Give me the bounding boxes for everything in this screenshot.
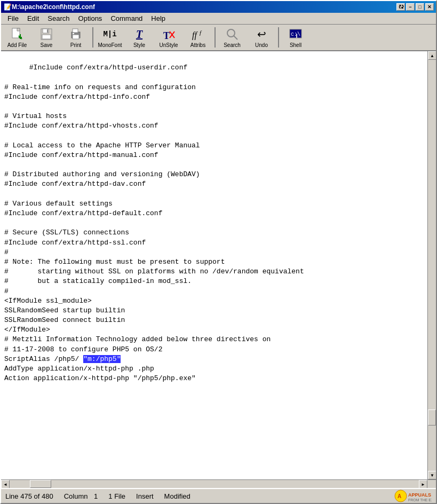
file-info: 1 File — [108, 492, 125, 500]
line-info-text: Line 475 of 480 — [5, 492, 53, 500]
title-bar: 📝 M:\apache2\conf\httpd.conf 🗘 − □ ✕ — [1, 1, 436, 13]
scroll-right-button[interactable]: ► — [419, 480, 427, 489]
modified-info: Modified — [164, 492, 190, 500]
add-file-icon — [10, 27, 25, 42]
svg-rect-9 — [73, 35, 79, 39]
restore-button[interactable]: 🗘 — [396, 3, 405, 11]
title-bar-buttons: 🗘 − □ ✕ — [396, 3, 434, 11]
add-file-label: Add File — [7, 43, 27, 48]
save-icon — [39, 27, 54, 42]
appuals-svg: A APPUALS FROM THE EX — [394, 490, 432, 502]
svg-rect-6 — [42, 35, 51, 39]
maximize-button[interactable]: □ — [416, 3, 424, 11]
vertical-scrollbar[interactable]: ▲ ▼ — [427, 51, 436, 479]
modified-text: Modified — [164, 492, 190, 500]
scroll-left-button[interactable]: ◄ — [1, 480, 10, 489]
menu-edit[interactable]: Edit — [23, 13, 43, 23]
menu-file[interactable]: File — [3, 13, 23, 23]
svg-rect-7 — [47, 29, 48, 33]
svg-text:f: f — [200, 29, 202, 36]
mode-text: Insert — [136, 492, 154, 500]
search-label: Search — [224, 43, 241, 48]
horizontal-scrollbar[interactable]: ◄ ► — [1, 479, 436, 488]
attribs-button[interactable]: ff f Attribs — [184, 26, 212, 49]
scroll-track-h[interactable] — [10, 480, 419, 488]
title-bar-text: M:\apache2\conf\httpd.conf — [12, 3, 396, 11]
close-button[interactable]: ✕ — [425, 3, 434, 11]
svg-text:APPUALS: APPUALS — [408, 492, 431, 498]
column-value: 1 — [94, 492, 98, 500]
svg-rect-10 — [73, 29, 78, 33]
column-label: Column — [64, 492, 88, 500]
editor-content[interactable]: #Include conf/extra/httpd-userdir.conf #… — [1, 51, 427, 479]
undo-button[interactable]: ↩ Undo — [248, 26, 275, 49]
menu-bar: File Edit Search Options Command Help — [1, 13, 436, 25]
svg-text:ff: ff — [192, 30, 198, 40]
line-info: Line 475 of 480 — [5, 492, 53, 500]
svg-text:A: A — [398, 493, 401, 499]
shell-icon: c:\ — [288, 27, 303, 42]
style-icon: T — [132, 27, 147, 42]
save-label: Save — [41, 43, 53, 48]
style-button[interactable]: T Style — [125, 26, 153, 49]
menu-search[interactable]: Search — [43, 13, 74, 23]
monofont-icon: M|i — [102, 27, 117, 42]
menu-options[interactable]: Options — [74, 13, 107, 23]
separator-3 — [278, 27, 279, 48]
window-icon: 📝 — [3, 3, 12, 11]
separator-2 — [214, 27, 216, 48]
search-icon — [225, 27, 240, 42]
menu-command[interactable]: Command — [106, 13, 147, 23]
unstyle-icon: T — [161, 27, 176, 42]
scroll-down-button[interactable]: ▼ — [428, 471, 436, 479]
main-window: 📝 M:\apache2\conf\httpd.conf 🗘 − □ ✕ Fil… — [0, 0, 437, 504]
svg-text:FROM THE EX: FROM THE EX — [408, 498, 432, 502]
unstyle-label: UnStyle — [159, 43, 178, 48]
style-label: Style — [133, 43, 145, 48]
svg-text:c:\: c:\ — [291, 32, 300, 37]
undo-label: Undo — [255, 43, 268, 48]
scroll-up-button[interactable]: ▲ — [428, 51, 436, 60]
scroll-thumb-h[interactable] — [30, 480, 51, 488]
status-bar: Line 475 of 480 Column 1 1 File Insert M… — [1, 488, 436, 503]
print-icon — [68, 27, 83, 42]
svg-text:T: T — [163, 30, 170, 41]
svg-rect-11 — [73, 33, 74, 34]
shell-button[interactable]: c:\ Shell — [282, 26, 309, 49]
shell-label: Shell — [290, 43, 301, 48]
svg-point-17 — [227, 29, 235, 37]
editor-text: #Include conf/extra/httpd-userdir.conf #… — [4, 64, 304, 382]
separator-1 — [92, 27, 93, 48]
scroll-thumb-v[interactable] — [428, 410, 436, 426]
menu-help[interactable]: Help — [147, 13, 170, 23]
print-button[interactable]: Print — [62, 26, 90, 49]
undo-icon: ↩ — [254, 27, 269, 42]
toolbar: Add File Save — [1, 25, 436, 51]
attribs-icon: ff f — [190, 27, 205, 42]
appuals-logo: A APPUALS FROM THE EX — [394, 490, 432, 502]
monofont-button[interactable]: M|i MonoFont — [96, 26, 124, 49]
mode-info: Insert — [136, 492, 154, 500]
unstyle-button[interactable]: T UnStyle — [155, 26, 182, 49]
minimize-button[interactable]: − — [406, 3, 415, 11]
attribs-label: Attribs — [190, 43, 205, 48]
file-count: 1 File — [108, 492, 125, 500]
add-file-button[interactable]: Add File — [3, 26, 31, 49]
print-label: Print — [70, 43, 82, 48]
scroll-track-v[interactable] — [428, 60, 436, 471]
editor-container: #Include conf/extra/httpd-userdir.conf #… — [1, 51, 436, 479]
svg-rect-21 — [296, 34, 297, 38]
svg-line-18 — [234, 36, 237, 40]
search-button[interactable]: Search — [218, 26, 246, 49]
column-info: Column 1 — [64, 492, 98, 500]
monofont-label: MonoFont — [98, 43, 122, 48]
save-button[interactable]: Save — [33, 26, 60, 49]
